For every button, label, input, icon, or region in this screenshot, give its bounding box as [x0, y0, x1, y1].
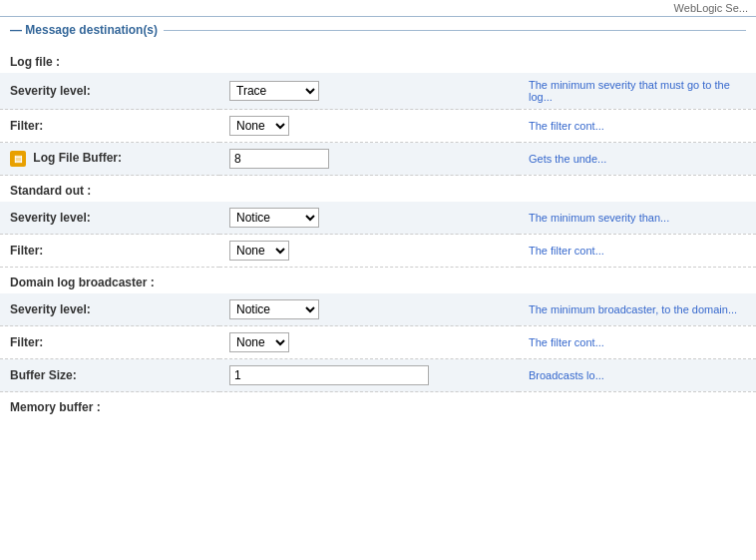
logfile-severity-label: Severity level:	[0, 73, 219, 110]
stdout-severity-row: Severity level: Trace Debug Info Notice …	[0, 202, 756, 235]
broadcaster-severity-input-cell: Trace Debug Info Notice Warning Error Cr…	[219, 293, 519, 326]
broadcaster-filter-select[interactable]: None	[229, 332, 289, 352]
logfile-filter-label: Filter:	[0, 110, 219, 143]
stdout-severity-input-cell: Trace Debug Info Notice Warning Error Cr…	[219, 202, 519, 235]
broadcaster-severity-select[interactable]: Trace Debug Info Notice Warning Error Cr…	[229, 299, 319, 319]
top-bar-text: WebLogic Se...	[674, 2, 748, 14]
logfile-severity-input-cell: Trace Debug Info Notice Warning Error Cr…	[219, 73, 519, 110]
logfile-filter-select[interactable]: None	[229, 116, 289, 136]
logfile-buffer-input[interactable]: 8	[229, 149, 329, 169]
buffer-icon: ▤	[10, 151, 26, 167]
top-bar: WebLogic Se...	[0, 0, 756, 16]
section-title: Message destination(s)	[10, 23, 158, 37]
broadcaster-buffersize-row: Buffer Size: 1 Broadcasts lo...	[0, 359, 756, 392]
broadcaster-buffersize-label: Buffer Size:	[0, 359, 219, 392]
broadcaster-buffersize-input-cell: 1	[219, 359, 519, 392]
broadcaster-table: Severity level: Trace Debug Info Notice …	[0, 293, 756, 392]
stdout-table: Severity level: Trace Debug Info Notice …	[0, 202, 756, 268]
broadcaster-filter-help: The filter cont...	[519, 326, 756, 359]
stdout-filter-label: Filter:	[0, 235, 219, 268]
memorybuffer-label: Memory buffer :	[0, 392, 756, 418]
logfile-severity-row: Severity level: Trace Debug Info Notice …	[0, 73, 756, 110]
stdout-label: Standard out :	[0, 176, 756, 202]
logfile-filter-input-cell: None	[219, 110, 519, 143]
broadcaster-buffersize-help: Broadcasts lo...	[519, 359, 756, 392]
logfile-severity-select[interactable]: Trace Debug Info Notice Warning Error Cr…	[229, 81, 319, 101]
broadcaster-severity-label: Severity level:	[0, 293, 219, 326]
logfile-buffer-row: ▤ Log File Buffer: 8 Gets the unde...	[0, 143, 756, 176]
stdout-severity-help: The minimum severity than...	[519, 202, 756, 235]
logfile-buffer-label-cell: ▤ Log File Buffer:	[0, 143, 219, 176]
section-header: Message destination(s)	[0, 16, 756, 43]
logfile-severity-help: The minimum severity that must go to the…	[519, 73, 756, 110]
logfile-filter-help: The filter cont...	[519, 110, 756, 143]
logfile-buffer-label: Log File Buffer:	[33, 151, 122, 165]
broadcaster-buffersize-input[interactable]: 1	[229, 365, 429, 385]
broadcaster-filter-row: Filter: None The filter cont...	[0, 326, 756, 359]
broadcaster-severity-help: The minimum broadcaster, to the domain..…	[519, 293, 756, 326]
stdout-filter-row: Filter: None The filter cont...	[0, 235, 756, 268]
stdout-filter-input-cell: None	[219, 235, 519, 268]
stdout-severity-select[interactable]: Trace Debug Info Notice Warning Error Cr…	[229, 208, 319, 228]
broadcaster-severity-row: Severity level: Trace Debug Info Notice …	[0, 293, 756, 326]
logfile-filter-row: Filter: None The filter cont...	[0, 110, 756, 143]
broadcaster-filter-input-cell: None	[219, 326, 519, 359]
broadcaster-filter-label: Filter:	[0, 326, 219, 359]
stdout-filter-select[interactable]: None	[229, 241, 289, 261]
stdout-filter-help: The filter cont...	[519, 235, 756, 268]
stdout-severity-label: Severity level:	[0, 202, 219, 235]
section-header-line	[164, 30, 746, 31]
logfile-buffer-help: Gets the unde...	[519, 143, 756, 176]
broadcaster-label: Domain log broadcaster :	[0, 268, 756, 293]
logfile-label: Log file :	[0, 47, 756, 73]
logfile-buffer-input-cell: 8	[219, 143, 519, 176]
logfile-table: Severity level: Trace Debug Info Notice …	[0, 73, 756, 176]
